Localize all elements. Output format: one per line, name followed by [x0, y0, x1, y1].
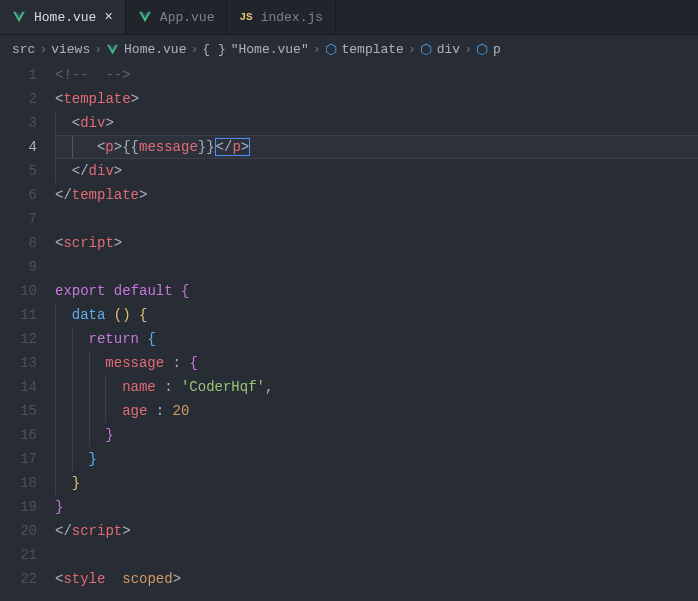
- cube-icon: ⬡: [325, 41, 337, 58]
- code-line: </script>: [55, 519, 698, 543]
- tab-index-js[interactable]: JS index.js: [227, 0, 336, 34]
- line-number-gutter: 12345678910111213141516171819202122: [0, 63, 55, 601]
- chevron-right-icon: ›: [313, 42, 321, 57]
- code-editor[interactable]: 12345678910111213141516171819202122 <!--…: [0, 63, 698, 601]
- line-number: 13: [0, 351, 37, 375]
- line-number: 14: [0, 375, 37, 399]
- code-line: <script>: [55, 231, 698, 255]
- chevron-right-icon: ›: [464, 42, 472, 57]
- chevron-right-icon: ›: [39, 42, 47, 57]
- tab-label: Home.vue: [34, 10, 96, 25]
- line-number: 5: [0, 159, 37, 183]
- breadcrumb-item-views[interactable]: views: [51, 42, 90, 57]
- line-number: 22: [0, 567, 37, 591]
- js-icon: JS: [239, 11, 252, 23]
- line-number: 8: [0, 231, 37, 255]
- line-number: 18: [0, 471, 37, 495]
- code-line: return {: [55, 327, 698, 351]
- line-number: 12: [0, 327, 37, 351]
- code-line: <style scoped>: [55, 567, 698, 591]
- code-line: }: [55, 447, 698, 471]
- code-line: name : 'CoderHqf',: [55, 375, 698, 399]
- vue-icon: [12, 10, 26, 24]
- line-number: 15: [0, 399, 37, 423]
- line-number: 6: [0, 183, 37, 207]
- code-line: <!-- -->: [55, 63, 698, 87]
- line-number: 20: [0, 519, 37, 543]
- line-number: 7: [0, 207, 37, 231]
- code-line: message : {: [55, 351, 698, 375]
- code-line: [55, 543, 698, 567]
- breadcrumb-item-template[interactable]: ⬡ template: [325, 41, 404, 58]
- code-line: }: [55, 423, 698, 447]
- code-line: [55, 255, 698, 279]
- line-number: 21: [0, 543, 37, 567]
- breadcrumb-item-scope[interactable]: { } "Home.vue": [202, 42, 308, 57]
- code-line: }: [55, 471, 698, 495]
- code-line: [55, 207, 698, 231]
- cube-icon: ⬡: [476, 41, 488, 58]
- code-line: <p>{{message}}</p>: [55, 135, 698, 159]
- line-number: 10: [0, 279, 37, 303]
- braces-icon: { }: [202, 42, 225, 57]
- line-number: 11: [0, 303, 37, 327]
- vue-icon: [138, 10, 152, 24]
- breadcrumb: src › views › Home.vue › { } "Home.vue" …: [0, 35, 698, 63]
- code-line: </template>: [55, 183, 698, 207]
- chevron-right-icon: ›: [94, 42, 102, 57]
- line-number: 4: [0, 135, 37, 159]
- cube-icon: ⬡: [420, 41, 432, 58]
- line-number: 2: [0, 87, 37, 111]
- breadcrumb-item-div[interactable]: ⬡ div: [420, 41, 460, 58]
- tab-app-vue[interactable]: App.vue: [126, 0, 228, 34]
- code-line: }: [55, 495, 698, 519]
- code-area[interactable]: <!-- --> <template> <div> <p>{{message}}…: [55, 63, 698, 601]
- line-number: 16: [0, 423, 37, 447]
- tab-label: index.js: [261, 10, 323, 25]
- chevron-right-icon: ›: [190, 42, 198, 57]
- code-line: export default {: [55, 279, 698, 303]
- line-number: 1: [0, 63, 37, 87]
- line-number: 19: [0, 495, 37, 519]
- vue-icon: [106, 43, 119, 56]
- close-icon[interactable]: ×: [104, 10, 112, 24]
- breadcrumb-item-p[interactable]: ⬡ p: [476, 41, 501, 58]
- code-line: age : 20: [55, 399, 698, 423]
- breadcrumb-item-src[interactable]: src: [12, 42, 35, 57]
- tab-label: App.vue: [160, 10, 215, 25]
- code-line: </div>: [55, 159, 698, 183]
- breadcrumb-item-file[interactable]: Home.vue: [106, 42, 186, 57]
- code-line: data () {: [55, 303, 698, 327]
- line-number: 17: [0, 447, 37, 471]
- tab-bar: Home.vue × App.vue JS index.js: [0, 0, 698, 35]
- line-number: 3: [0, 111, 37, 135]
- code-line: <template>: [55, 87, 698, 111]
- code-line: <div>: [55, 111, 698, 135]
- line-number: 9: [0, 255, 37, 279]
- tab-home-vue[interactable]: Home.vue ×: [0, 0, 126, 34]
- chevron-right-icon: ›: [408, 42, 416, 57]
